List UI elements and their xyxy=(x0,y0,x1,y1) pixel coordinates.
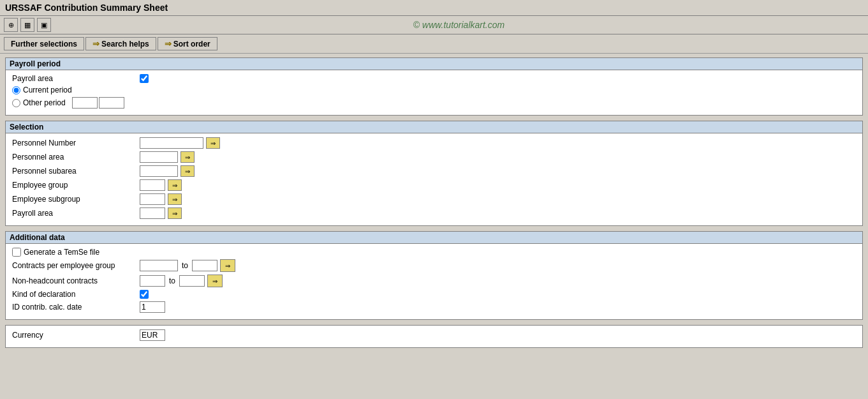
personnel-subarea-arrow-btn[interactable]: ⇒ xyxy=(180,165,195,177)
contracts-per-employee-input-to[interactable] xyxy=(192,260,217,271)
toolbar-btn-3[interactable]: ▣ xyxy=(37,18,51,32)
non-headcount-arrow-btn[interactable]: ⇒ xyxy=(207,275,223,287)
employee-subgroup-input[interactable] xyxy=(140,193,165,205)
employee-group-row: Employee group ⇒ xyxy=(12,179,856,191)
additional-data-header: Additional data xyxy=(6,232,862,244)
further-selections-label: Further selections xyxy=(11,40,77,49)
other-period-input-2[interactable] xyxy=(99,97,124,109)
generate-temse-label: Generate a TemSe file xyxy=(24,248,99,257)
generate-temse-checkbox[interactable] xyxy=(12,248,21,257)
search-helps-label: Search helps xyxy=(101,40,149,49)
current-period-row: Current period xyxy=(12,86,856,94)
personnel-number-arrow-btn[interactable]: ⇒ xyxy=(206,137,220,149)
selection-body: Personnel Number ⇒ Personnel area ⇒ Pers… xyxy=(6,133,862,225)
selection-header: Selection xyxy=(6,121,862,133)
personnel-subarea-input[interactable] xyxy=(140,165,178,177)
contracts-per-employee-row: Contracts per employee group to ⇒ xyxy=(12,259,856,272)
employee-group-label: Employee group xyxy=(12,181,140,190)
currency-body: Currency xyxy=(6,326,862,347)
payroll-area-sel-label: Payroll area xyxy=(12,209,140,218)
non-headcount-row: Non-headcount contracts to ⇒ xyxy=(12,275,856,287)
contracts-per-employee-arrow-btn[interactable]: ⇒ xyxy=(220,259,235,272)
payroll-area-row: Payroll area xyxy=(12,74,856,83)
id-contrib-row: ID contrib. calc. date xyxy=(12,301,856,313)
search-helps-arrow-icon: ⇒ xyxy=(92,39,99,49)
personnel-number-row: Personnel Number ⇒ xyxy=(12,137,856,149)
currency-input[interactable] xyxy=(140,329,165,341)
payroll-area-label: Payroll area xyxy=(12,74,140,83)
selection-section: Selection Personnel Number ⇒ Personnel a… xyxy=(5,121,863,226)
personnel-number-input[interactable] xyxy=(140,137,203,149)
other-period-row: Other period xyxy=(12,97,856,109)
main-content: Payroll period Payroll area Current peri… xyxy=(0,54,868,357)
employee-subgroup-arrow-btn[interactable]: ⇒ xyxy=(168,193,182,205)
sort-order-label: Sort order xyxy=(173,40,210,49)
current-period-label: Current period xyxy=(23,86,72,94)
id-contrib-label: ID contrib. calc. date xyxy=(12,303,140,312)
other-period-label: Other period xyxy=(23,98,66,107)
payroll-area-sel-row: Payroll area ⇒ xyxy=(12,207,856,219)
id-contrib-input[interactable] xyxy=(140,301,165,313)
currency-section: Currency xyxy=(5,325,863,348)
other-period-input-1[interactable] xyxy=(72,97,98,109)
personnel-area-input[interactable] xyxy=(140,151,178,163)
payroll-area-checkbox[interactable] xyxy=(140,74,149,83)
non-headcount-to-label: to xyxy=(169,276,175,285)
toolbar-btn-2[interactable]: ▦ xyxy=(20,18,34,32)
other-period-radio[interactable] xyxy=(12,99,20,107)
non-headcount-input-to[interactable] xyxy=(179,275,205,287)
current-period-radio[interactable] xyxy=(12,86,20,94)
currency-row: Currency xyxy=(12,329,856,341)
payroll-area-sel-input[interactable] xyxy=(140,207,165,219)
employee-subgroup-label: Employee subgroup xyxy=(12,195,140,204)
generate-temse-row: Generate a TemSe file xyxy=(12,248,856,257)
employee-group-arrow-btn[interactable]: ⇒ xyxy=(168,179,182,191)
contracts-per-employee-input-from[interactable] xyxy=(140,260,178,271)
kind-of-declaration-checkbox[interactable] xyxy=(140,290,149,299)
non-headcount-label: Non-headcount contracts xyxy=(12,276,140,285)
additional-data-section: Additional data Generate a TemSe file Co… xyxy=(5,231,863,320)
payroll-area-sel-arrow-btn[interactable]: ⇒ xyxy=(168,207,182,219)
payroll-period-header: Payroll period xyxy=(6,58,862,70)
title-bar: URSSAF Contribution Summary Sheet xyxy=(0,0,868,16)
currency-label: Currency xyxy=(12,331,140,340)
personnel-subarea-row: Personnel subarea ⇒ xyxy=(12,165,856,177)
kind-of-declaration-label: Kind of declaration xyxy=(12,290,140,299)
personnel-subarea-label: Personnel subarea xyxy=(12,167,140,176)
employee-group-input[interactable] xyxy=(140,179,165,191)
non-headcount-input-from[interactable] xyxy=(140,275,165,287)
tab-sort-order[interactable]: ⇒ Sort order xyxy=(158,37,217,50)
tab-bar: Further selections ⇒ Search helps ⇒ Sort… xyxy=(0,34,868,54)
page-title: URSSAF Contribution Summary Sheet xyxy=(5,3,168,13)
payroll-period-body: Payroll area Current period Other period xyxy=(6,70,862,115)
contracts-to-label: to xyxy=(182,261,188,270)
payroll-period-section: Payroll period Payroll area Current peri… xyxy=(5,57,863,116)
watermark: © www.tutorialkart.com xyxy=(54,20,864,30)
contracts-per-employee-label: Contracts per employee group xyxy=(12,261,140,270)
tab-further-selections[interactable]: Further selections xyxy=(4,37,84,50)
toolbar: ⊕ ▦ ▣ © www.tutorialkart.com xyxy=(0,16,868,34)
sort-order-arrow-icon: ⇒ xyxy=(165,39,172,49)
additional-data-body: Generate a TemSe file Contracts per empl… xyxy=(6,244,862,319)
kind-of-declaration-row: Kind of declaration xyxy=(12,290,856,299)
employee-subgroup-row: Employee subgroup ⇒ xyxy=(12,193,856,205)
personnel-area-arrow-btn[interactable]: ⇒ xyxy=(180,151,195,163)
personnel-area-label: Personnel area xyxy=(12,153,140,162)
personnel-area-row: Personnel area ⇒ xyxy=(12,151,856,163)
toolbar-btn-1[interactable]: ⊕ xyxy=(4,18,18,32)
tab-search-helps[interactable]: ⇒ Search helps xyxy=(85,37,156,50)
personnel-number-label: Personnel Number xyxy=(12,139,140,147)
